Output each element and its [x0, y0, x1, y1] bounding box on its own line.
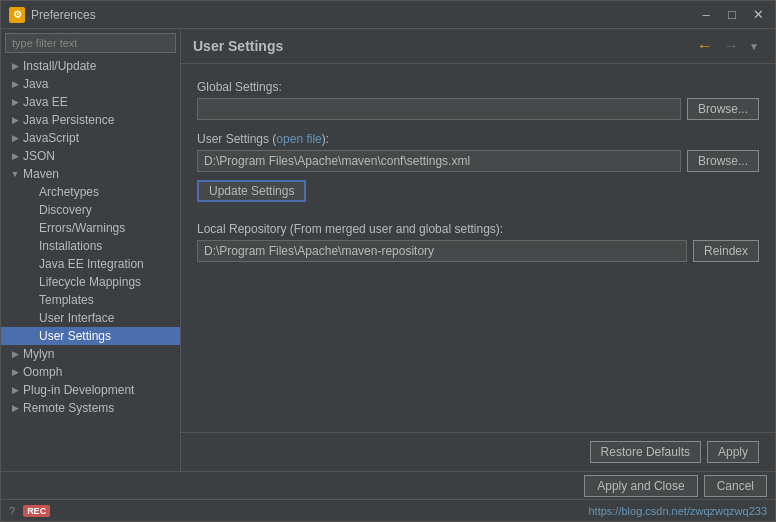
- status-url: https://blog.csdn.net/zwqzwqzwq233: [588, 505, 767, 517]
- spacer-icon: [25, 276, 37, 288]
- sidebar-item-lifecycle-mappings[interactable]: Lifecycle Mappings: [1, 273, 180, 291]
- sidebar-item-label: Oomph: [23, 365, 62, 379]
- user-settings-input[interactable]: [197, 150, 681, 172]
- global-settings-browse-button[interactable]: Browse...: [687, 98, 759, 120]
- close-button[interactable]: ✕: [749, 6, 767, 24]
- panel-header: User Settings ← → ▼: [181, 29, 775, 64]
- chevron-right-icon: ▶: [9, 132, 21, 144]
- chevron-down-icon: ▼: [9, 168, 21, 180]
- panel-title: User Settings: [193, 38, 693, 54]
- panel-body: Global Settings: Browse... User Settings…: [181, 64, 775, 432]
- sidebar-item-user-interface[interactable]: User Interface: [1, 309, 180, 327]
- spacer-icon: [25, 312, 37, 324]
- status-bar: ? REC https://blog.csdn.net/zwqzwqzwq233: [1, 499, 775, 521]
- spacer-icon: [25, 330, 37, 342]
- rec-badge: REC: [23, 505, 50, 517]
- sidebar-item-label: Plug-in Development: [23, 383, 134, 397]
- sidebar-item-json[interactable]: ▶ JSON: [1, 147, 180, 165]
- global-settings-row: Browse...: [197, 98, 759, 120]
- chevron-right-icon: ▶: [9, 96, 21, 108]
- titlebar: ⚙ Preferences – □ ✕: [1, 1, 775, 29]
- spacer-icon: [25, 240, 37, 252]
- restore-button[interactable]: □: [723, 6, 741, 24]
- sidebar-item-label: JSON: [23, 149, 55, 163]
- open-file-link[interactable]: open file: [276, 132, 321, 146]
- sidebar-item-maven[interactable]: ▼ Maven: [1, 165, 180, 183]
- sidebar-item-archetypes[interactable]: Archetypes: [1, 183, 180, 201]
- spacer-icon: [25, 258, 37, 270]
- sidebar-item-mylyn[interactable]: ▶ Mylyn: [1, 345, 180, 363]
- sidebar-item-oomph[interactable]: ▶ Oomph: [1, 363, 180, 381]
- global-settings-label: Global Settings:: [197, 80, 759, 94]
- sidebar-item-label: Discovery: [39, 203, 92, 217]
- user-settings-group: User Settings (open file): Browse... Upd…: [197, 132, 759, 202]
- sidebar-item-java-persistence[interactable]: ▶ Java Persistence: [1, 111, 180, 129]
- chevron-right-icon: ▶: [9, 348, 21, 360]
- sidebar-item-label: Java: [23, 77, 48, 91]
- global-settings-input[interactable]: [197, 98, 681, 120]
- spacer-icon: [25, 186, 37, 198]
- sidebar-item-templates[interactable]: Templates: [1, 291, 180, 309]
- sidebar-item-label: Java EE Integration: [39, 257, 144, 271]
- question-icon: ?: [9, 505, 15, 517]
- sidebar-item-java-ee-integration[interactable]: Java EE Integration: [1, 255, 180, 273]
- sidebar-item-label: Installations: [39, 239, 102, 253]
- apply-close-button[interactable]: Apply and Close: [584, 475, 697, 497]
- sidebar-item-remote-systems[interactable]: ▶ Remote Systems: [1, 399, 180, 417]
- chevron-right-icon: ▶: [9, 150, 21, 162]
- sidebar-item-java[interactable]: ▶ Java: [1, 75, 180, 93]
- sidebar-item-label: Archetypes: [39, 185, 99, 199]
- bottom-bar: Apply and Close Cancel: [1, 471, 775, 499]
- user-settings-browse-button[interactable]: Browse...: [687, 150, 759, 172]
- filter-input[interactable]: [5, 33, 176, 53]
- user-settings-row: Browse...: [197, 150, 759, 172]
- local-repo-input[interactable]: [197, 240, 687, 262]
- apply-button[interactable]: Apply: [707, 441, 759, 463]
- sidebar-item-plug-in-development[interactable]: ▶ Plug-in Development: [1, 381, 180, 399]
- chevron-right-icon: ▶: [9, 384, 21, 396]
- global-settings-group: Global Settings: Browse...: [197, 80, 759, 120]
- sidebar-item-label: JavaScript: [23, 131, 79, 145]
- sidebar-item-install-update[interactable]: ▶ Install/Update: [1, 57, 180, 75]
- main-panel: User Settings ← → ▼ Global Settings: Bro…: [181, 29, 775, 471]
- sidebar-item-label: Mylyn: [23, 347, 54, 361]
- status-left: ? REC: [9, 505, 50, 517]
- sidebar-item-label: Maven: [23, 167, 59, 181]
- sidebar-item-label: User Interface: [39, 311, 114, 325]
- update-settings-button[interactable]: Update Settings: [197, 180, 306, 202]
- sidebar-item-java-ee[interactable]: ▶ Java EE: [1, 93, 180, 111]
- chevron-right-icon: ▶: [9, 114, 21, 126]
- sidebar-item-errors-warnings[interactable]: Errors/Warnings: [1, 219, 180, 237]
- spacer-icon: [25, 204, 37, 216]
- user-settings-label: User Settings (open file):: [197, 132, 759, 146]
- minimize-button[interactable]: –: [697, 6, 715, 24]
- sidebar-item-installations[interactable]: Installations: [1, 237, 180, 255]
- sidebar-item-user-settings[interactable]: User Settings: [1, 327, 180, 345]
- back-button[interactable]: ←: [693, 35, 717, 57]
- sidebar-item-javascript[interactable]: ▶ JavaScript: [1, 129, 180, 147]
- chevron-right-icon: ▶: [9, 78, 21, 90]
- panel-footer: Restore Defaults Apply: [181, 432, 775, 471]
- restore-defaults-button[interactable]: Restore Defaults: [590, 441, 701, 463]
- local-repo-row: Reindex: [197, 240, 759, 262]
- chevron-right-icon: ▶: [9, 402, 21, 414]
- spacer-icon: [25, 222, 37, 234]
- reindex-button[interactable]: Reindex: [693, 240, 759, 262]
- local-repo-group: Local Repository (From merged user and g…: [197, 214, 759, 262]
- chevron-right-icon: ▶: [9, 366, 21, 378]
- dropdown-button[interactable]: ▼: [745, 39, 763, 54]
- sidebar-item-discovery[interactable]: Discovery: [1, 201, 180, 219]
- chevron-right-icon: ▶: [9, 60, 21, 72]
- main-content: ▶ Install/Update ▶ Java ▶ Java EE ▶ Java…: [1, 29, 775, 471]
- sidebar-item-label: Install/Update: [23, 59, 96, 73]
- sidebar-item-label: Errors/Warnings: [39, 221, 125, 235]
- window-title: Preferences: [31, 8, 697, 22]
- forward-button[interactable]: →: [719, 35, 743, 57]
- sidebar: ▶ Install/Update ▶ Java ▶ Java EE ▶ Java…: [1, 29, 181, 471]
- sidebar-item-label: Remote Systems: [23, 401, 114, 415]
- spacer-icon: [25, 294, 37, 306]
- window-icon: ⚙: [9, 7, 25, 23]
- sidebar-item-label: Java EE: [23, 95, 68, 109]
- cancel-button[interactable]: Cancel: [704, 475, 767, 497]
- sidebar-item-label: Lifecycle Mappings: [39, 275, 141, 289]
